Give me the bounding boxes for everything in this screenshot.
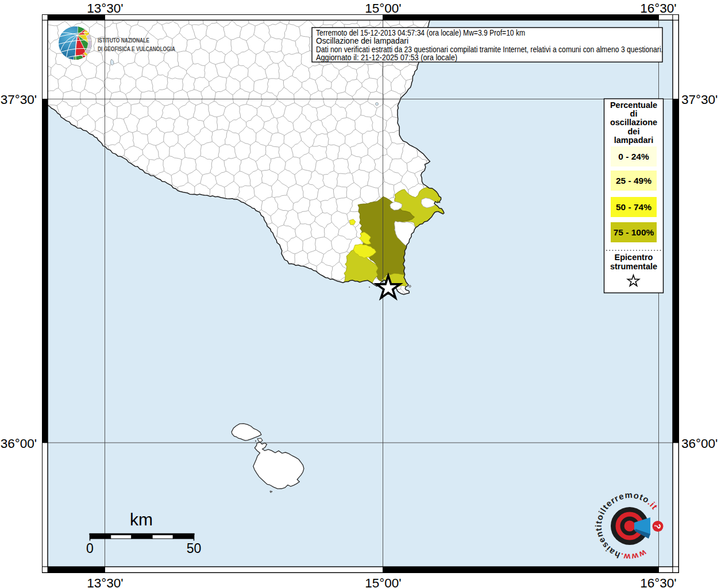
- svg-text:36°00': 36°00': [1, 436, 37, 451]
- svg-text:37°30': 37°30': [1, 92, 37, 107]
- svg-text:Percentuale: Percentuale: [610, 100, 657, 110]
- svg-text:lampadari: lampadari: [614, 136, 654, 145]
- svg-text:16°30': 16°30': [640, 576, 676, 588]
- svg-text:36°00': 36°00': [681, 436, 718, 451]
- svg-text:Epicentro: Epicentro: [615, 253, 653, 262]
- svg-text:15°00': 15°00': [365, 576, 401, 588]
- svg-text:Aggiornato il: 21-12-2025 07:5: Aggiornato il: 21-12-2025 07:53 (ora loc…: [316, 53, 457, 62]
- svg-text:oscillazione: oscillazione: [610, 118, 657, 127]
- svg-text:13°30': 13°30': [87, 1, 123, 16]
- svg-text:75 - 100%: 75 - 100%: [614, 227, 654, 237]
- svg-text:50: 50: [187, 541, 202, 556]
- svg-text:25 - 49%: 25 - 49%: [616, 176, 651, 185]
- svg-text:50 - 74%: 50 - 74%: [616, 202, 651, 212]
- svg-text:37°30': 37°30': [681, 92, 718, 107]
- svg-text:km: km: [130, 510, 153, 529]
- svg-text:di: di: [630, 109, 638, 118]
- svg-text:ISTITUTO NAZIONALE: ISTITUTO NAZIONALE: [98, 37, 149, 44]
- svg-text:0: 0: [86, 541, 94, 556]
- svg-text:15°00': 15°00': [365, 1, 401, 16]
- svg-text:16°30': 16°30': [640, 1, 676, 16]
- svg-text:DI GEOFISICA E VULCANOLOGIA: DI GEOFISICA E VULCANOLOGIA: [98, 45, 175, 52]
- svg-text:strumentale: strumentale: [610, 262, 657, 271]
- svg-text:0 - 24%: 0 - 24%: [618, 152, 649, 161]
- svg-text:dei: dei: [628, 127, 640, 136]
- svg-text:13°30': 13°30': [87, 576, 123, 588]
